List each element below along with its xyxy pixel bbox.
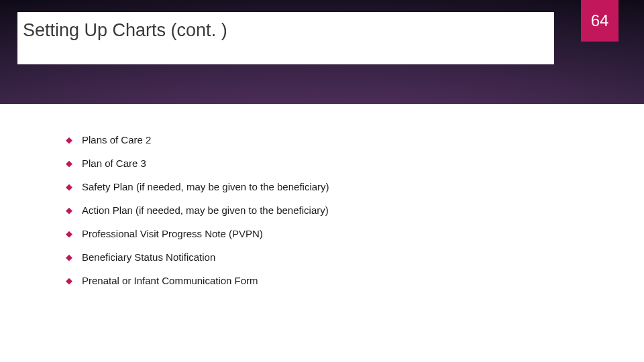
slide: Setting Up Charts (cont. ) 64 ◆ Plans of…: [0, 0, 644, 362]
list-item-text: Plans of Care 2: [82, 134, 151, 145]
list-item: ◆ Professional Visit Progress Note (PVPN…: [66, 228, 589, 239]
page-number-box: 64: [581, 0, 619, 42]
list-item-text: Plan of Care 3: [82, 158, 146, 169]
list-item-text: Professional Visit Progress Note (PVPN): [82, 228, 263, 239]
list-item: ◆ Plan of Care 3: [66, 158, 589, 169]
page-number: 64: [591, 11, 609, 30]
diamond-bullet-icon: ◆: [66, 135, 72, 145]
content-list: ◆ Plans of Care 2 ◆ Plan of Care 3 ◆ Saf…: [66, 134, 589, 298]
diamond-bullet-icon: ◆: [66, 182, 72, 192]
list-item-text: Prenatal or Infant Communication Form: [82, 275, 258, 286]
diamond-bullet-icon: ◆: [66, 158, 72, 168]
list-item: ◆ Plans of Care 2: [66, 134, 589, 145]
list-item-text: Beneficiary Status Notification: [82, 251, 215, 263]
diamond-bullet-icon: ◆: [66, 229, 72, 239]
diamond-bullet-icon: ◆: [66, 205, 72, 215]
list-item-text: Safety Plan (if needed, may be given to …: [82, 181, 329, 192]
list-item: ◆ Prenatal or Infant Communication Form: [66, 275, 589, 286]
list-item-text: Action Plan (if needed, may be given to …: [82, 204, 329, 216]
diamond-bullet-icon: ◆: [66, 276, 72, 286]
list-item: ◆ Beneficiary Status Notification: [66, 251, 589, 263]
list-item: ◆ Safety Plan (if needed, may be given t…: [66, 181, 589, 192]
slide-title: Setting Up Charts (cont. ): [23, 20, 227, 41]
diamond-bullet-icon: ◆: [66, 252, 72, 262]
list-item: ◆ Action Plan (if needed, may be given t…: [66, 204, 589, 216]
